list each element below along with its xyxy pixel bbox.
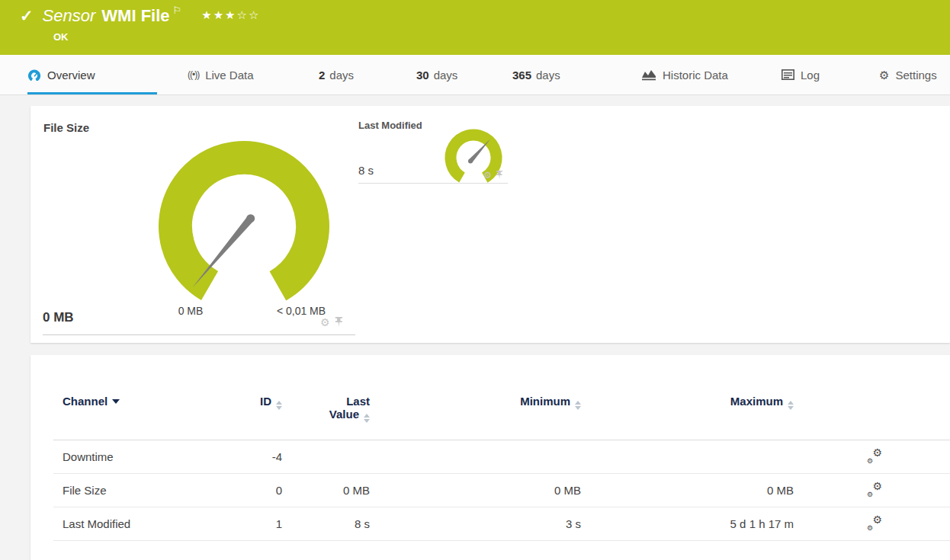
channel-name: File Size	[63, 484, 223, 497]
gauge-needle	[469, 139, 490, 163]
tab-log[interactable]: Log	[782, 55, 820, 94]
file-size-gauge-title: File Size	[43, 121, 89, 134]
tab-30-days-number: 30	[416, 69, 429, 82]
tab-overview-label: Overview	[47, 69, 95, 82]
last-modified-current-value: 8 s	[358, 164, 374, 177]
area-chart-icon	[641, 69, 656, 81]
channel-id: 0	[223, 484, 282, 497]
settings-gear-icon: ⚙	[879, 69, 889, 81]
gauge-icon	[27, 69, 41, 81]
column-header-last-value[interactable]: Last Value	[282, 395, 370, 423]
gauge-max-label: < 0,01 MB	[252, 305, 351, 317]
tab-bar: Overview ((•)) Live Data 2 days 30 days …	[0, 55, 950, 95]
last-modified-gauge-title: Last Modified	[358, 120, 422, 131]
flag-icon[interactable]: ⚐	[173, 5, 182, 16]
stars-filled: ★★★	[201, 8, 236, 21]
channel-maximum: 5 d 1 h 17 m	[581, 517, 794, 530]
gauge-needle	[193, 216, 254, 288]
tab-30-days[interactable]: 30 days	[416, 55, 457, 94]
sensor-status-badge: OK	[53, 31, 69, 43]
divider	[358, 183, 508, 184]
channels-table: Channel ID Last Value Minimum Maximum Do…	[53, 395, 950, 541]
gauge-settings-icon[interactable]: ⚙	[320, 317, 330, 328]
gauge-actions: ⚙	[320, 316, 343, 328]
column-header-minimum[interactable]: Minimum	[370, 395, 581, 410]
tab-settings-label: Settings	[895, 69, 936, 82]
channel-last-value: 8 s	[282, 517, 370, 530]
sort-icon	[276, 401, 282, 410]
tab-log-label: Log	[801, 69, 820, 82]
table-header-row: Channel ID Last Value Minimum Maximum	[53, 395, 950, 440]
table-row-downtime[interactable]: Downtime -4 ⚙⚙	[53, 440, 950, 474]
last-modified-gauge	[441, 126, 505, 190]
channel-name: Last Modified	[63, 517, 223, 530]
tab-365-days-number: 365	[512, 69, 531, 82]
tab-365-days[interactable]: 365 days	[512, 55, 560, 94]
sensor-header: ✓ Sensor WMI File ⚐ ★★★☆☆ OK	[0, 0, 950, 55]
divider	[43, 334, 355, 335]
status-check-icon: ✓	[20, 6, 34, 26]
file-size-current-value: 0 MB	[43, 310, 74, 325]
priority-stars[interactable]: ★★★☆☆	[201, 6, 260, 24]
tab-settings[interactable]: ⚙ Settings	[879, 55, 937, 94]
gauge-actions: ⚙	[483, 170, 502, 180]
tab-30-days-label: days	[434, 69, 458, 82]
sensor-title-row: ✓ Sensor WMI File ⚐ ★★★☆☆	[20, 6, 260, 26]
column-header-channel[interactable]: Channel	[63, 395, 223, 408]
tab-2-days-number: 2	[319, 69, 325, 82]
broadcast-icon: ((•))	[188, 69, 199, 80]
file-size-gauge	[152, 135, 335, 318]
table-row-file-size[interactable]: File Size 0 0 MB 0 MB 0 MB ⚙⚙	[53, 474, 950, 507]
tab-live-data[interactable]: ((•)) Live Data	[188, 55, 254, 94]
tab-historic-data-label: Historic Data	[663, 69, 728, 82]
channel-maximum: 0 MB	[581, 484, 794, 497]
sensor-name: WMI File	[101, 6, 169, 26]
gauge-min-label: 0 MB	[145, 305, 236, 317]
pin-icon[interactable]	[335, 316, 343, 328]
channel-settings-icon[interactable]: ⚙⚙	[867, 482, 882, 497]
channels-card: Channel ID Last Value Minimum Maximum Do…	[30, 355, 950, 560]
channel-minimum: 0 MB	[370, 484, 581, 497]
channel-id: -4	[223, 450, 282, 463]
tab-365-days-label: days	[536, 69, 560, 82]
tab-2-days-label: days	[329, 69, 354, 82]
channel-name: Downtime	[63, 450, 223, 463]
sort-icon	[575, 401, 581, 410]
tab-historic-data[interactable]: Historic Data	[641, 55, 728, 94]
pin-icon[interactable]	[496, 170, 502, 180]
sort-icon	[364, 414, 370, 423]
channel-settings-icon[interactable]: ⚙⚙	[867, 515, 882, 530]
sensor-kind-label: Sensor	[43, 6, 96, 26]
column-header-id[interactable]: ID	[223, 395, 282, 410]
channel-id: 1	[223, 517, 282, 530]
tab-overview[interactable]: Overview	[27, 55, 157, 94]
column-header-maximum[interactable]: Maximum	[581, 395, 794, 410]
chevron-down-icon	[112, 399, 120, 404]
log-list-icon	[782, 69, 794, 80]
sort-icon	[788, 401, 794, 410]
gauge-settings-icon[interactable]: ⚙	[483, 171, 492, 180]
table-row-last-modified[interactable]: Last Modified 1 8 s 3 s 5 d 1 h 17 m ⚙⚙	[53, 507, 950, 541]
gauges-card: File Size 0 MB < 0,01 MB ⚙ 0 MB Last Mod…	[30, 106, 950, 343]
channel-last-value: 0 MB	[282, 484, 370, 497]
channel-minimum: 3 s	[370, 517, 581, 530]
channel-settings-icon[interactable]: ⚙⚙	[867, 448, 882, 463]
tab-live-data-label: Live Data	[205, 69, 253, 82]
tab-2-days[interactable]: 2 days	[319, 55, 354, 94]
stars-empty: ☆☆	[237, 8, 261, 21]
